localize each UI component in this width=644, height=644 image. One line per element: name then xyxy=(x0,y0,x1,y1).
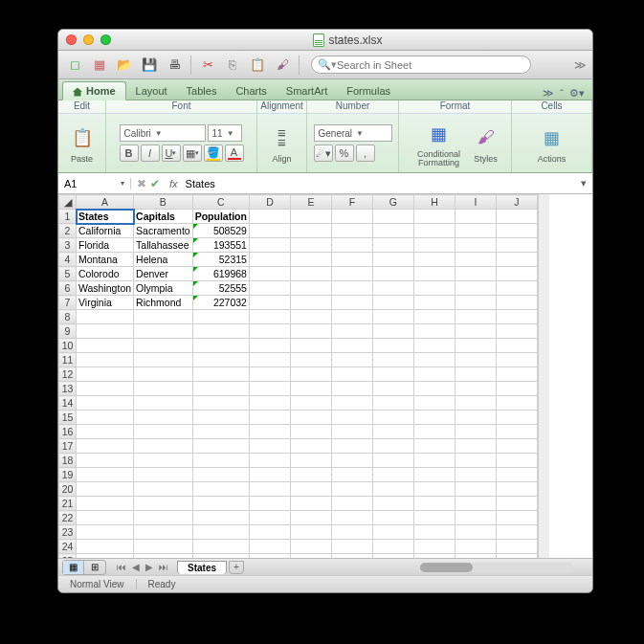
cell[interactable] xyxy=(372,238,413,253)
row-header[interactable]: 22 xyxy=(59,511,77,525)
number-format-combo[interactable]: General▼ xyxy=(314,124,392,142)
cell[interactable]: Sacramento xyxy=(134,224,193,238)
cell[interactable] xyxy=(134,396,193,411)
row-header[interactable]: 19 xyxy=(59,468,77,482)
cell[interactable]: 193551 xyxy=(192,238,249,253)
cell[interactable] xyxy=(413,267,455,281)
cell[interactable] xyxy=(496,396,537,411)
name-box[interactable]: A1▾ xyxy=(58,178,131,189)
collapse-ribbon-icon[interactable]: ˆ xyxy=(560,88,564,100)
cell[interactable] xyxy=(249,439,290,454)
cell[interactable] xyxy=(372,425,413,439)
bold-button[interactable]: B xyxy=(120,144,139,162)
cell[interactable] xyxy=(455,281,496,296)
cell[interactable] xyxy=(455,367,496,382)
cell[interactable] xyxy=(134,382,193,396)
cell[interactable] xyxy=(455,339,496,353)
col-header[interactable]: E xyxy=(290,195,331,210)
cell[interactable] xyxy=(496,525,537,540)
horizontal-scrollbar[interactable] xyxy=(420,563,573,572)
cell[interactable] xyxy=(290,454,331,468)
row-header[interactable]: 21 xyxy=(59,497,77,511)
cell[interactable] xyxy=(290,281,331,296)
cell[interactable] xyxy=(372,439,413,454)
cell[interactable] xyxy=(496,267,537,281)
cell[interactable] xyxy=(134,324,193,339)
cell[interactable]: 619968 xyxy=(192,267,249,281)
cell[interactable] xyxy=(372,324,413,339)
cell[interactable] xyxy=(496,468,537,482)
cell[interactable] xyxy=(496,296,537,310)
cell[interactable] xyxy=(192,396,249,411)
cell[interactable] xyxy=(249,396,290,411)
cell[interactable] xyxy=(192,382,249,396)
cell[interactable] xyxy=(331,267,372,281)
cell[interactable] xyxy=(290,210,331,224)
tabs-overflow-icon[interactable]: ≫ xyxy=(543,87,554,100)
cancel-formula-icon[interactable]: ✖ xyxy=(137,177,146,190)
new-icon[interactable]: ◻ xyxy=(64,55,85,76)
cell[interactable] xyxy=(290,497,331,511)
cell[interactable] xyxy=(77,454,134,468)
row-header[interactable]: 16 xyxy=(59,425,77,439)
cell[interactable]: California xyxy=(77,224,134,238)
row-header[interactable]: 1 xyxy=(59,210,77,224)
cell[interactable] xyxy=(290,439,331,454)
cell[interactable] xyxy=(372,253,413,267)
col-header[interactable]: D xyxy=(249,195,290,210)
cell[interactable] xyxy=(413,425,455,439)
row-header[interactable]: 11 xyxy=(59,353,77,367)
cell[interactable] xyxy=(455,296,496,310)
cell[interactable] xyxy=(134,367,193,382)
cell[interactable] xyxy=(192,310,249,324)
cell[interactable] xyxy=(331,224,372,238)
expand-formula-icon[interactable]: ▾ xyxy=(575,177,592,189)
cell[interactable] xyxy=(372,497,413,511)
cell[interactable]: 227032 xyxy=(192,296,249,310)
cell[interactable]: Florida xyxy=(77,238,134,253)
vertical-scrollbar[interactable] xyxy=(538,194,549,558)
cell[interactable] xyxy=(372,353,413,367)
first-sheet-icon[interactable]: ⏮ xyxy=(114,562,129,572)
next-sheet-icon[interactable]: ▶ xyxy=(143,562,156,572)
cell[interactable] xyxy=(331,353,372,367)
cell[interactable] xyxy=(134,310,193,324)
col-header[interactable]: B xyxy=(134,195,193,210)
cell[interactable] xyxy=(331,339,372,353)
cell[interactable] xyxy=(77,439,134,454)
cell[interactable] xyxy=(192,425,249,439)
row-header[interactable]: 12 xyxy=(59,367,77,382)
cell[interactable] xyxy=(249,367,290,382)
cell[interactable] xyxy=(134,425,193,439)
cell[interactable] xyxy=(249,425,290,439)
cell[interactable] xyxy=(413,525,455,540)
cell[interactable] xyxy=(413,296,455,310)
cell[interactable] xyxy=(192,482,249,497)
cell[interactable] xyxy=(331,210,372,224)
cell[interactable] xyxy=(455,468,496,482)
cell[interactable] xyxy=(290,382,331,396)
cell[interactable] xyxy=(290,296,331,310)
cell[interactable] xyxy=(413,339,455,353)
cell[interactable] xyxy=(249,281,290,296)
row-header[interactable]: 18 xyxy=(59,454,77,468)
cell[interactable] xyxy=(413,454,455,468)
cell[interactable] xyxy=(331,497,372,511)
cell[interactable] xyxy=(134,511,193,525)
cell[interactable]: Capitals xyxy=(134,210,193,224)
cell[interactable] xyxy=(331,525,372,540)
row-header[interactable]: 5 xyxy=(59,267,77,281)
cell[interactable] xyxy=(413,439,455,454)
accept-formula-icon[interactable]: ✔ xyxy=(150,177,160,190)
cell[interactable] xyxy=(331,382,372,396)
cell[interactable] xyxy=(413,281,455,296)
cell[interactable] xyxy=(455,382,496,396)
cell[interactable] xyxy=(496,540,537,554)
col-header[interactable]: J xyxy=(496,195,537,210)
cell[interactable] xyxy=(455,454,496,468)
cell[interactable] xyxy=(496,511,537,525)
print-icon[interactable]: 🖶 xyxy=(164,55,185,76)
copy-icon[interactable]: ⎘ xyxy=(222,55,243,76)
cell[interactable] xyxy=(413,310,455,324)
cell[interactable] xyxy=(290,310,331,324)
